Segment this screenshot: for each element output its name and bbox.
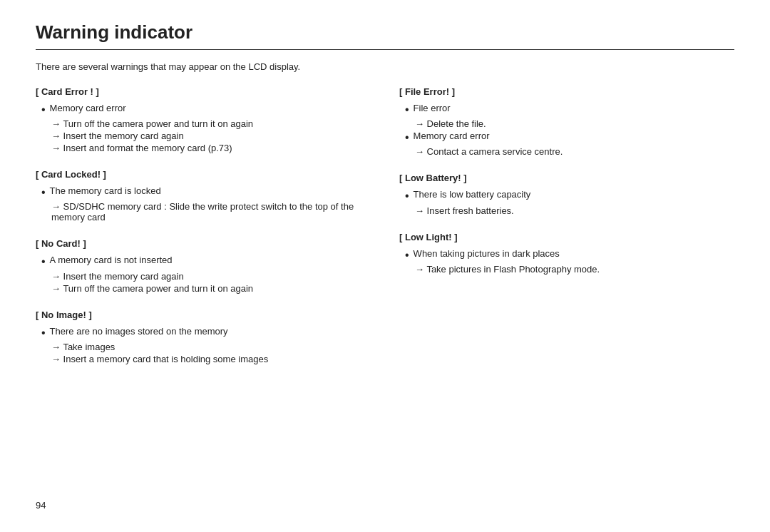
- bullet-dot: •: [41, 255, 46, 268]
- section-title-low-light: [ Low Light! ]: [399, 232, 734, 242]
- sub-item: → Insert a memory card that is holding s…: [36, 354, 371, 364]
- section-title-file-error: [ File Error! ]: [399, 86, 734, 97]
- section-title-card-locked: [ Card Locked! ]: [36, 169, 371, 180]
- bullet-dot: •: [405, 189, 409, 203]
- bullet-text: There is low battery capacity: [414, 189, 531, 200]
- bullet-text: There are no images stored on the memory: [50, 326, 228, 337]
- content-columns: [ Card Error ! ]•Memory card error→ Turn…: [36, 86, 734, 380]
- sub-item: → Insert the memory card again: [36, 131, 371, 141]
- bullet-dot: •: [41, 185, 46, 199]
- sub-item: → Insert fresh batteries.: [399, 205, 734, 216]
- bullet-dot: •: [41, 103, 46, 116]
- sub-item: → Turn off the camera power and turn it …: [36, 118, 371, 129]
- bullet-item: •There is low battery capacity: [399, 189, 734, 203]
- sub-item: → Turn off the camera power and turn it …: [36, 283, 371, 294]
- section-title-no-card: [ No Card! ]: [36, 238, 371, 249]
- bullet-item: •File error: [399, 103, 734, 116]
- section-file-error: [ File Error! ]•File error→ Delete the f…: [399, 86, 734, 157]
- bullet-text: The memory card is locked: [50, 185, 161, 196]
- bullet-item: •A memory card is not inserted: [36, 255, 371, 268]
- page-title: Warning indicator: [36, 21, 734, 44]
- bullet-item: •When taking pictures in dark places: [399, 248, 734, 262]
- bullet-dot: •: [41, 326, 46, 339]
- left-column: [ Card Error ! ]•Memory card error→ Turn…: [36, 86, 371, 380]
- bullet-item: •There are no images stored on the memor…: [36, 326, 371, 339]
- section-card-error: [ Card Error ! ]•Memory card error→ Turn…: [36, 86, 371, 153]
- sub-item: → Insert and format the memory card (p.7…: [36, 143, 371, 153]
- bullet-item: •Memory card error: [399, 131, 734, 144]
- bullet-text: File error: [414, 103, 451, 113]
- page-number: 94: [36, 500, 46, 511]
- sub-item: → Insert the memory card again: [36, 271, 371, 282]
- bullet-text: Memory card error: [414, 131, 490, 141]
- sub-item: → Take pictures in Flash Photography mod…: [399, 264, 734, 275]
- bullet-dot: •: [405, 248, 409, 262]
- bullet-text: Memory card error: [50, 103, 126, 113]
- section-title-card-error: [ Card Error ! ]: [36, 86, 371, 97]
- title-divider: [36, 49, 734, 50]
- sub-item: → Delete the file.: [399, 118, 734, 129]
- section-title-no-image: [ No Image! ]: [36, 310, 371, 320]
- section-low-battery: [ Low Battery! ]•There is low battery ca…: [399, 173, 734, 215]
- section-no-image: [ No Image! ]•There are no images stored…: [36, 310, 371, 364]
- bullet-item: •Memory card error: [36, 103, 371, 116]
- section-no-card: [ No Card! ]•A memory card is not insert…: [36, 238, 371, 293]
- sub-item: → Contact a camera service centre.: [399, 146, 734, 157]
- section-title-low-battery: [ Low Battery! ]: [399, 173, 734, 183]
- bullet-dot: •: [405, 131, 409, 144]
- sub-item: → Take images: [36, 342, 371, 352]
- bullet-dot: •: [405, 103, 409, 116]
- section-low-light: [ Low Light! ]•When taking pictures in d…: [399, 232, 734, 275]
- bullet-text: When taking pictures in dark places: [414, 248, 560, 259]
- bullet-text: A memory card is not inserted: [50, 255, 173, 265]
- right-column: [ File Error! ]•File error→ Delete the f…: [399, 86, 734, 380]
- bullet-item: •The memory card is locked: [36, 185, 371, 199]
- intro-text: There are several warnings that may appe…: [36, 61, 734, 72]
- sub-item: → SD/SDHC memory card : Slide the write …: [36, 201, 371, 222]
- section-card-locked: [ Card Locked! ]•The memory card is lock…: [36, 169, 371, 222]
